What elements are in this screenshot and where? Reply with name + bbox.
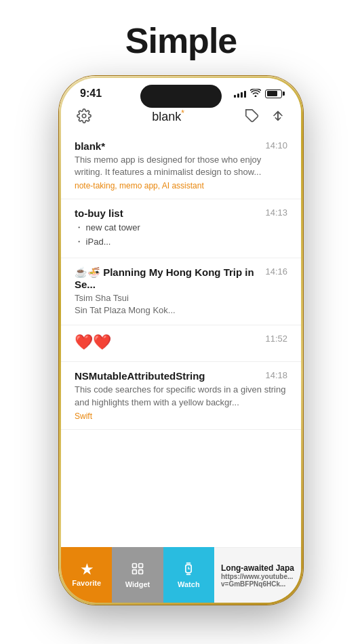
tab-preview-url: https://www.youtube... <box>221 573 294 580</box>
memo-tags: note-taking, memo app, AI assistant <box>75 181 287 190</box>
hearts-emoji: ❤️❤️ <box>75 334 111 351</box>
nav-title: blank* <box>152 108 184 124</box>
favorite-icon: ★ <box>81 563 93 576</box>
svg-rect-5 <box>139 563 143 567</box>
svg-point-0 <box>82 114 86 118</box>
notch <box>140 85 222 108</box>
memo-preview: This memo app is designed for those who … <box>75 154 287 178</box>
memo-item[interactable]: ❤️❤️ 11:52 <box>61 325 301 362</box>
sort-button[interactable] <box>268 106 287 125</box>
svg-rect-6 <box>132 569 136 573</box>
status-icons <box>234 89 282 99</box>
tab-preview-url2: v=GmBFPNq6HCk... <box>221 580 294 588</box>
memo-swift-tag: Swift <box>75 411 287 421</box>
widget-icon <box>131 562 144 578</box>
watch-icon <box>182 562 195 578</box>
memo-list: blank* 14:10 This memo app is designed f… <box>61 132 301 547</box>
svg-rect-7 <box>139 569 143 573</box>
svg-rect-4 <box>132 563 136 567</box>
memo-title: to-buy list <box>75 207 123 219</box>
tab-widget-label: Widget <box>125 580 150 588</box>
signal-icon <box>234 89 246 98</box>
memo-title: NSMutableAttributedString <box>75 370 205 382</box>
tab-watch[interactable]: Watch <box>163 547 214 603</box>
phone-shell: 9:41 <box>59 76 303 605</box>
wifi-icon <box>250 89 261 99</box>
tab-watch-label: Watch <box>178 580 200 588</box>
tag-icon <box>245 108 260 123</box>
memo-time: 14:13 <box>265 207 287 218</box>
memo-bullets: ・ new cat tower ・ iPad... <box>75 221 287 249</box>
status-bar: 9:41 <box>61 78 301 102</box>
memo-title: ☕🍜 Planning My Hong Kong Trip in Se... <box>75 266 265 290</box>
tag-button[interactable] <box>243 106 262 125</box>
tab-preview[interactable]: Long-awaited Japa https://www.youtube...… <box>214 547 301 603</box>
memo-preview: This code searches for specific words in… <box>75 384 287 408</box>
memo-item[interactable]: to-buy list 14:13 ・ new cat tower ・ iPad… <box>61 199 301 258</box>
tab-widget[interactable]: Widget <box>112 547 163 603</box>
memo-time: 14:10 <box>265 140 287 150</box>
bottom-tab-bar: ★ Favorite Widget <box>61 547 301 603</box>
memo-title: blank* <box>75 140 105 152</box>
tab-favorite-label: Favorite <box>72 579 101 587</box>
memo-time: 14:16 <box>265 266 287 277</box>
memo-time: 14:18 <box>265 370 287 380</box>
tab-favorite[interactable]: ★ Favorite <box>61 547 112 603</box>
memo-item[interactable]: blank* 14:10 This memo app is designed f… <box>61 132 301 199</box>
memo-time: 11:52 <box>265 334 287 344</box>
sort-icon <box>270 108 285 123</box>
battery-icon <box>265 89 282 98</box>
tab-preview-title: Long-awaited Japa <box>221 563 294 573</box>
memo-item[interactable]: ☕🍜 Planning My Hong Kong Trip in Se... 1… <box>61 258 301 325</box>
page-title: Simple <box>125 20 237 61</box>
settings-button[interactable] <box>75 106 94 125</box>
gear-icon <box>77 108 92 123</box>
memo-preview: Tsim Sha TsuiSin Tat Plaza Mong Kok... <box>75 292 287 317</box>
status-time: 9:41 <box>80 87 102 100</box>
memo-item[interactable]: NSMutableAttributedString 14:18 This cod… <box>61 362 301 429</box>
nav-right-icons <box>243 106 287 125</box>
